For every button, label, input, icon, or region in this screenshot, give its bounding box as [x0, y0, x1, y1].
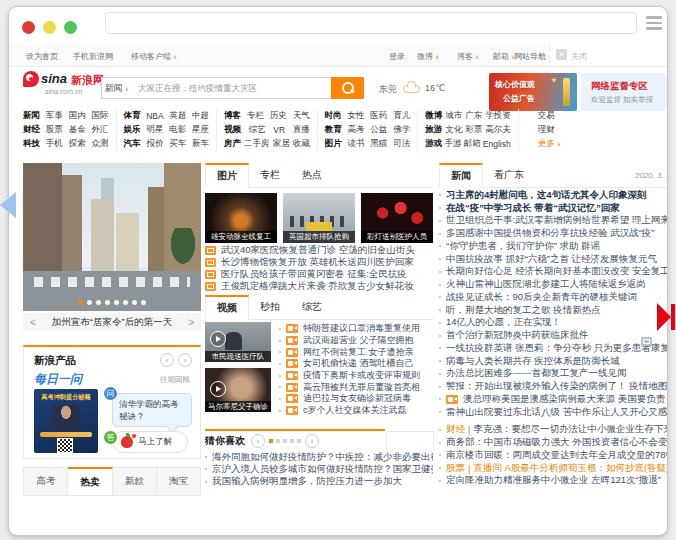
- thumbnail[interactable]: 英国超市排队抢购: [283, 193, 355, 243]
- news-item[interactable]: 多国感谢中国提供物资和分享抗疫经验 武汉战“疫”: [439, 227, 668, 240]
- list-item[interactable]: 医疗队员给孩子带回黄冈密卷 征集:全民抗疫: [205, 269, 433, 281]
- nav-link[interactable]: 教育: [325, 124, 342, 136]
- nav-more-link[interactable]: 更多∨: [538, 138, 561, 150]
- news-item[interactable]: 财经|李克强：要想尽一切办法让中小微企业生存下来: [439, 424, 668, 437]
- nav-link[interactable]: English: [483, 139, 511, 149]
- nav-link[interactable]: 综艺: [249, 124, 266, 136]
- news-item[interactable]: 警报：开始出现被境外输入传染的病例了！ 疫情地图: [439, 380, 668, 393]
- list-item[interactable]: 疫情下奥斯卡或改变评审规则: [279, 370, 433, 382]
- nav-link[interactable]: 军事: [46, 110, 63, 122]
- tab-video[interactable]: 视频: [205, 295, 249, 320]
- news-item[interactable]: 世卫组织总干事:武汉零新增病例给世界希望 理上网来: [439, 215, 668, 228]
- tab-hot[interactable]: 热点: [291, 163, 333, 187]
- list-item[interactable]: 我国输入病例明显增多，防控压力进一步加大: [205, 476, 433, 488]
- list-item[interactable]: 高云翔被判无罪后董璇首亮相: [279, 381, 433, 393]
- news-item[interactable]: 习主席的4封慰问电，这4句话尤其令人印象深刻: [439, 189, 668, 202]
- thumbnail[interactable]: 雄安动脉全线复工: [205, 193, 277, 243]
- carousel-next-button[interactable]: >: [181, 317, 201, 328]
- video-thumbnail[interactable]: 市民跪送医疗队: [205, 322, 271, 362]
- list-item[interactable]: 武汉40家医院恢复普通门诊 空荡的旧金山街头: [205, 245, 433, 257]
- nav-link[interactable]: 科技: [23, 138, 40, 150]
- nav-link[interactable]: 明星: [146, 124, 163, 136]
- nav-link[interactable]: 历史: [270, 110, 287, 122]
- nav-link[interactable]: 直播: [293, 124, 310, 136]
- video-thumbnail[interactable]: 马尔蒂尼父子确诊: [205, 368, 271, 412]
- tab-variety[interactable]: 综艺: [291, 295, 333, 319]
- nav-link[interactable]: 育儿: [393, 110, 410, 122]
- nav-link[interactable]: 公益: [370, 124, 387, 136]
- news-item[interactable]: 战疫见证成长：90后央企新青年的硬核关键词: [439, 291, 668, 304]
- nav-link[interactable]: 星座: [192, 124, 209, 136]
- nav-link[interactable]: 旅游: [425, 124, 442, 136]
- tab-columns[interactable]: 专栏: [249, 163, 291, 187]
- tab-new[interactable]: 新款: [113, 468, 157, 495]
- url-bar[interactable]: [105, 12, 637, 34]
- nav-link[interactable]: 财经: [23, 124, 40, 136]
- tab-guangdong[interactable]: 看广东: [483, 163, 535, 187]
- news-item[interactable]: 办法总比困难多——首都复工复产一线见闻: [439, 368, 668, 381]
- news-item[interactable]: 病毒与人类长期共存 疾控体系是防御长城: [439, 355, 668, 368]
- nav-link[interactable]: 买车: [169, 138, 186, 150]
- tab-pictures[interactable]: 图片: [205, 163, 249, 188]
- close-window-button[interactable]: [22, 21, 35, 34]
- sina-logo-text[interactable]: sina: [41, 71, 67, 86]
- thumbnail[interactable]: 彩灯送别医护人员: [361, 193, 433, 243]
- nav-link[interactable]: 新车: [192, 138, 209, 150]
- news-item[interactable]: 中国抗疫故事 抓好“六稳”之首 让经济发展恢复元气: [439, 253, 668, 266]
- tab-miaopai[interactable]: 秒拍: [249, 295, 291, 319]
- nav-link[interactable]: 城市: [445, 110, 462, 122]
- nav-link[interactable]: 探索: [69, 138, 86, 150]
- nav-link[interactable]: 广东: [465, 110, 482, 122]
- nav-link[interactable]: 文化: [445, 124, 462, 136]
- news-item[interactable]: 澳总理称美国是澳感染病例最大来源 美国要负责: [439, 393, 668, 406]
- products-next-button[interactable]: ›: [178, 353, 192, 367]
- nav-link[interactable]: 微博: [425, 110, 442, 122]
- photo-carousel[interactable]: [23, 163, 201, 311]
- nav-link[interactable]: 手游: [444, 138, 461, 150]
- news-item[interactable]: 听，荆楚大地的复工之歌 疫情新热点: [439, 304, 668, 317]
- nav-link[interactable]: VR: [273, 125, 285, 135]
- nav-link[interactable]: 众测: [92, 138, 109, 150]
- nav-link[interactable]: 女性: [347, 110, 364, 122]
- sina-logo-cn[interactable]: 新浪网: [71, 73, 104, 88]
- section-tag[interactable]: 股票: [446, 462, 465, 475]
- guess-next-button[interactable]: ›: [305, 434, 319, 448]
- mobile-site-link[interactable]: 手机新浪网: [73, 51, 113, 62]
- sina-logo-icon[interactable]: [23, 71, 39, 87]
- section-tag[interactable]: 财经: [446, 424, 465, 437]
- list-item[interactable]: c罗个人社交媒体关注武磊: [279, 405, 433, 417]
- guess-prev-button[interactable]: ‹: [251, 434, 265, 448]
- carousel-caption[interactable]: 加州宣布“居家令”后的第一天: [43, 316, 181, 329]
- nav-link[interactable]: 英超: [169, 110, 186, 122]
- promo-card[interactable]: 高考冲刺提分秘籍: [34, 389, 98, 453]
- nav-link[interactable]: 佛学: [393, 124, 410, 136]
- nav-link[interactable]: 司法: [393, 138, 410, 150]
- list-item[interactable]: 海外同胞如何做好疫情防护？中疾控：减少非必要出行: [205, 451, 433, 463]
- news-item[interactable]: 商务部：中国市场磁吸力强大 外国投资者信心不会变: [439, 436, 668, 449]
- weibo-link[interactable]: 微博∨: [417, 51, 439, 62]
- news-item[interactable]: 雷神山出院要过东北话八级 苦中作乐让人又开心又感动: [439, 406, 668, 419]
- list-item[interactable]: 网红不倒翁复工 女子遭抢亲: [279, 346, 433, 358]
- nav-link[interactable]: 娱乐: [124, 124, 141, 136]
- nav-link[interactable]: 汽车: [124, 138, 141, 150]
- nav-link[interactable]: 收藏: [293, 138, 310, 150]
- nav-link[interactable]: 高考: [347, 124, 364, 136]
- carousel-dots[interactable]: [23, 300, 201, 305]
- news-item[interactable]: 14亿人的心愿，正在实现！: [439, 317, 668, 330]
- sitemap-link[interactable]: 网站导航: [514, 51, 546, 62]
- list-item[interactable]: 王俊凯定格弹跳大片来袭 乔欣复古少女鲜花妆: [205, 280, 433, 292]
- login-link[interactable]: 登录: [389, 51, 405, 62]
- set-home-link[interactable]: 设为首页: [26, 51, 58, 62]
- mobile-app-link[interactable]: 移动客户端∨: [131, 51, 177, 62]
- news-item[interactable]: “你守护患者，我们守护你” 求助 辟谣: [439, 240, 668, 253]
- nav-link[interactable]: 医药: [370, 110, 387, 122]
- nav-link[interactable]: 读书: [347, 138, 364, 150]
- news-item[interactable]: 定向降准助力精准服务中小微企业 左晖121次“撤退”: [439, 475, 668, 488]
- nav-link[interactable]: 中超: [192, 110, 209, 122]
- search-button[interactable]: [331, 77, 364, 99]
- news-item[interactable]: 在战“疫”中学习成长 带着“武汉记忆”回家: [439, 202, 668, 215]
- list-item[interactable]: 长沙博物馆恢复开放 英雄机长送四川医护回家: [205, 257, 433, 269]
- tab-news[interactable]: 新闻: [439, 163, 483, 188]
- search-category-select[interactable]: 新闻∨: [101, 77, 133, 99]
- nav-link[interactable]: 专栏: [247, 110, 264, 122]
